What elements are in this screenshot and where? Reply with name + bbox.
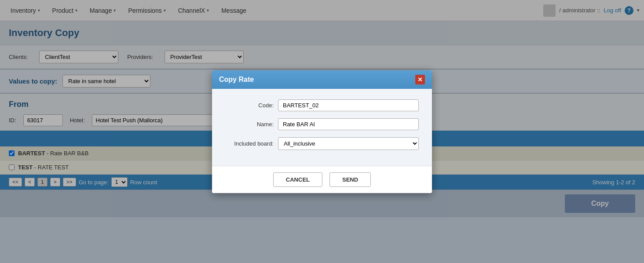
modal-name-field: Name: (225, 118, 419, 130)
modal-overlay: Copy Rate ✕ Code: Name: Included board: … (0, 0, 644, 263)
modal-code-label: Code: (225, 102, 274, 109)
modal-code-input[interactable] (278, 99, 419, 111)
modal-board-label: Included board: (225, 140, 274, 147)
modal-title: Copy Rate (219, 76, 254, 84)
modal-name-label: Name: (225, 121, 274, 128)
modal-board-field: Included board: All_inclusive Bed and Br… (225, 137, 419, 150)
modal: Copy Rate ✕ Code: Name: Included board: … (212, 70, 432, 193)
modal-footer: CANCEL SEND (212, 166, 432, 193)
modal-send-button[interactable]: SEND (329, 172, 371, 187)
modal-code-field: Code: (225, 99, 419, 111)
modal-close-button[interactable]: ✕ (415, 75, 425, 84)
modal-header: Copy Rate ✕ (212, 70, 432, 89)
modal-name-input[interactable] (278, 118, 419, 130)
modal-board-select[interactable]: All_inclusive Bed and Breakfast Half Boa… (278, 137, 419, 150)
modal-body: Code: Name: Included board: All_inclusiv… (212, 89, 432, 166)
modal-cancel-button[interactable]: CANCEL (273, 172, 322, 187)
